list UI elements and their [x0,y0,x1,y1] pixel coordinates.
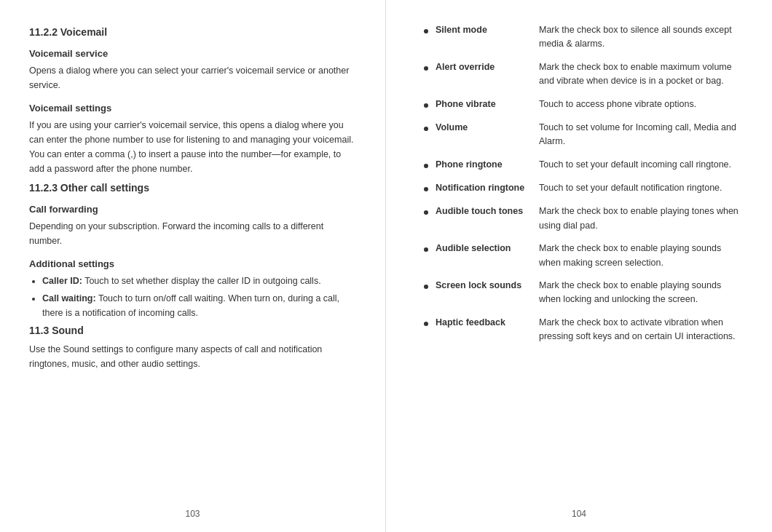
section-2-2-heading: 11.2.2 Voicemail [29,26,356,38]
term-label: Notification ringtone [436,181,537,203]
bullet-icon [424,103,428,108]
table-row: Haptic feedbackMark the check box to act… [424,316,741,352]
bullet-dot-cell [424,98,434,119]
section-2-3-heading: 11.2.3 Other call settings [29,182,356,194]
term-label: Phone vibrate [436,98,537,119]
list-item: Caller ID: Touch to set whether display … [42,274,356,288]
desc-text: Mark the check box to activate vibration… [539,316,741,352]
bullet-dot-cell [424,316,434,352]
left-page: 11.2.2 Voicemail Voicemail service Opens… [0,0,386,532]
bullet-dot-cell [424,158,434,180]
additional-settings-heading: Additional settings [29,258,356,269]
right-page: Silent modeMark the check box to silence… [386,0,772,532]
desc-text: Mark the check box to enable playing sou… [539,242,741,277]
section-3-text: Use the Sound settings to configure many… [29,342,356,371]
desc-text: Mark the check box to enable maximum vol… [539,60,741,96]
term-label: Audible touch tones [436,205,537,240]
call-forwarding-heading: Call forwarding [29,204,356,215]
list-item: Call waiting: Touch to turn on/off call … [42,291,356,320]
table-row: Alert overrideMark the check box to enab… [424,60,741,96]
bullet-icon [424,285,428,289]
bullet-icon [424,210,428,215]
table-row: Screen lock soundsMark the check box to … [424,279,741,314]
term-label: Volume [436,121,537,156]
term-label: Screen lock sounds [436,279,537,314]
desc-text: Touch to access phone vibrate options. [539,98,741,119]
left-page-number: 103 [0,509,385,519]
bullet-icon [424,187,428,191]
bullet-icon [424,247,428,252]
desc-text: Touch to set your default incoming call … [539,158,741,180]
table-row: Phone vibrateTouch to access phone vibra… [424,98,741,119]
table-row: Notification ringtoneTouch to set your d… [424,181,741,203]
table-row: Audible touch tonesMark the check box to… [424,205,741,240]
additional-settings-list: Caller ID: Touch to set whether display … [29,274,356,320]
term-label: Phone ringtone [436,158,537,180]
bullet-icon [424,29,428,33]
bullet-icon [424,66,428,71]
voicemail-settings-heading: Voicemail settings [29,103,356,114]
bullet-icon [424,164,428,168]
term-label: Haptic feedback [436,316,537,352]
bullet-dot-cell [424,23,434,59]
term-label: Alert override [436,60,537,96]
bullet-dot-cell [424,279,434,314]
bullet-icon [424,322,428,326]
section-3-heading: 11.3 Sound [29,325,356,336]
voicemail-service-text: Opens a dialog where you can select your… [29,63,356,92]
desc-text: Mark the check box to enable playing sou… [539,279,741,314]
call-forwarding-text: Depending on your subscription. Forward … [29,219,356,248]
table-row: VolumeTouch to set volume for Incoming c… [424,121,741,156]
desc-text: Mark the check box to silence all sounds… [539,23,741,59]
call-waiting-term: Call waiting: [42,293,96,303]
bullet-icon [424,127,428,131]
desc-text: Mark the check box to enable playing ton… [539,205,741,240]
term-label: Audible selection [436,242,537,277]
right-page-number: 104 [386,509,772,519]
sound-settings-table: Silent modeMark the check box to silence… [422,22,743,352]
table-row: Audible selectionMark the check box to e… [424,242,741,277]
table-row: Phone ringtoneTouch to set your default … [424,158,741,180]
bullet-dot-cell [424,242,434,277]
bullet-dot-cell [424,121,434,156]
term-label: Silent mode [436,23,537,59]
desc-text: Touch to set volume for Incoming call, M… [539,121,741,156]
desc-text: Touch to set your default notification r… [539,181,741,203]
caller-id-term: Caller ID: [42,276,82,286]
voicemail-service-heading: Voicemail service [29,48,356,59]
caller-id-desc: Touch to set whether display the caller … [84,276,320,286]
bullet-dot-cell [424,181,434,203]
voicemail-settings-text: If you are using your carrier's voicemai… [29,118,356,176]
table-row: Silent modeMark the check box to silence… [424,23,741,59]
bullet-dot-cell [424,205,434,240]
bullet-dot-cell [424,60,434,96]
